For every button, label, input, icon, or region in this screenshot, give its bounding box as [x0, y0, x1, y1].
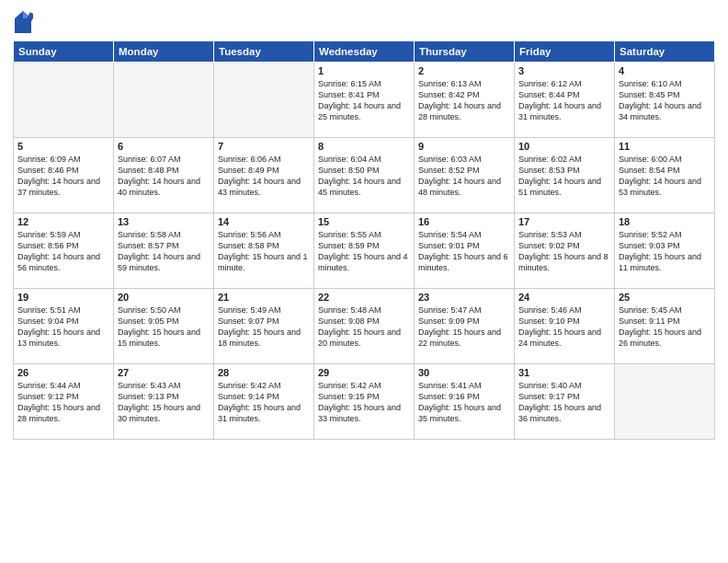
calendar-cell-11: 11Sunrise: 6:00 AM Sunset: 8:54 PM Dayli…	[615, 138, 715, 213]
day-number: 14	[218, 216, 310, 227]
cell-info: Sunrise: 5:53 AM Sunset: 9:02 PM Dayligh…	[518, 229, 610, 274]
cell-info: Sunrise: 6:13 AM Sunset: 8:42 PM Dayligh…	[418, 78, 510, 123]
cell-info: Sunrise: 5:52 AM Sunset: 9:03 PM Dayligh…	[619, 229, 711, 274]
cell-info: Sunrise: 6:10 AM Sunset: 8:45 PM Dayligh…	[619, 78, 711, 123]
calendar-cell-16: 16Sunrise: 5:54 AM Sunset: 9:01 PM Dayli…	[415, 213, 515, 289]
weekday-header-sunday: Sunday	[14, 41, 114, 63]
calendar-table: SundayMondayTuesdayWednesdayThursdayFrid…	[13, 40, 715, 440]
cell-info: Sunrise: 5:59 AM Sunset: 8:56 PM Dayligh…	[17, 229, 109, 274]
cell-info: Sunrise: 6:04 AM Sunset: 8:50 PM Dayligh…	[318, 154, 410, 199]
day-number: 30	[418, 367, 510, 378]
calendar-cell-7: 7Sunrise: 6:06 AM Sunset: 8:49 PM Daylig…	[214, 138, 314, 213]
calendar-cell-8: 8Sunrise: 6:04 AM Sunset: 8:50 PM Daylig…	[314, 138, 415, 213]
weekday-header-thursday: Thursday	[415, 41, 515, 63]
day-number: 27	[118, 367, 210, 378]
cell-info: Sunrise: 5:40 AM Sunset: 9:17 PM Dayligh…	[518, 380, 610, 425]
calendar-cell-14: 14Sunrise: 5:56 AM Sunset: 8:58 PM Dayli…	[214, 213, 314, 289]
weekday-header-row: SundayMondayTuesdayWednesdayThursdayFrid…	[14, 41, 715, 63]
calendar-cell-12: 12Sunrise: 5:59 AM Sunset: 8:56 PM Dayli…	[14, 213, 114, 289]
weekday-header-tuesday: Tuesday	[214, 41, 314, 63]
calendar-cell-23: 23Sunrise: 5:47 AM Sunset: 9:09 PM Dayli…	[415, 289, 515, 364]
calendar-cell-6: 6Sunrise: 6:07 AM Sunset: 8:48 PM Daylig…	[114, 138, 214, 213]
calendar-cell-28: 28Sunrise: 5:42 AM Sunset: 9:14 PM Dayli…	[214, 364, 314, 440]
day-number: 22	[318, 292, 410, 303]
day-number: 7	[218, 141, 310, 152]
day-number: 13	[118, 216, 210, 227]
calendar-cell-22: 22Sunrise: 5:48 AM Sunset: 9:08 PM Dayli…	[314, 289, 415, 364]
cell-info: Sunrise: 5:42 AM Sunset: 9:15 PM Dayligh…	[318, 380, 410, 425]
day-number: 31	[518, 367, 610, 378]
day-number: 20	[118, 292, 210, 303]
day-number: 26	[17, 367, 109, 378]
calendar-week-3: 19Sunrise: 5:51 AM Sunset: 9:04 PM Dayli…	[14, 289, 715, 364]
header	[13, 9, 715, 35]
cell-info: Sunrise: 5:43 AM Sunset: 9:13 PM Dayligh…	[118, 380, 210, 425]
calendar-cell-13: 13Sunrise: 5:58 AM Sunset: 8:57 PM Dayli…	[114, 213, 214, 289]
calendar-week-1: 5Sunrise: 6:09 AM Sunset: 8:46 PM Daylig…	[14, 138, 715, 213]
day-number: 11	[619, 141, 711, 152]
cell-info: Sunrise: 5:56 AM Sunset: 8:58 PM Dayligh…	[218, 229, 310, 274]
cell-info: Sunrise: 5:46 AM Sunset: 9:10 PM Dayligh…	[518, 304, 610, 350]
day-number: 3	[518, 65, 610, 76]
day-number: 28	[218, 367, 310, 378]
cell-info: Sunrise: 5:42 AM Sunset: 9:14 PM Dayligh…	[218, 380, 310, 425]
calendar-cell-18: 18Sunrise: 5:52 AM Sunset: 9:03 PM Dayli…	[615, 213, 715, 289]
weekday-header-monday: Monday	[114, 41, 214, 63]
cell-info: Sunrise: 5:54 AM Sunset: 9:01 PM Dayligh…	[418, 229, 510, 274]
day-number: 25	[619, 292, 711, 303]
logo-icon	[13, 9, 33, 35]
weekday-header-saturday: Saturday	[615, 41, 715, 63]
calendar-cell-21: 21Sunrise: 5:49 AM Sunset: 9:07 PM Dayli…	[214, 289, 314, 364]
day-number: 1	[318, 65, 410, 76]
cell-info: Sunrise: 6:09 AM Sunset: 8:46 PM Dayligh…	[17, 154, 109, 199]
calendar-week-0: 1Sunrise: 6:15 AM Sunset: 8:41 PM Daylig…	[14, 63, 715, 138]
day-number: 16	[418, 216, 510, 227]
calendar-cell-3: 3Sunrise: 6:12 AM Sunset: 8:44 PM Daylig…	[515, 63, 615, 138]
day-number: 10	[518, 141, 610, 152]
calendar-cell-empty	[214, 63, 314, 138]
calendar-cell-1: 1Sunrise: 6:15 AM Sunset: 8:41 PM Daylig…	[314, 63, 415, 138]
cell-info: Sunrise: 5:51 AM Sunset: 9:04 PM Dayligh…	[17, 304, 109, 350]
calendar-cell-19: 19Sunrise: 5:51 AM Sunset: 9:04 PM Dayli…	[14, 289, 114, 364]
page: SundayMondayTuesdayWednesdayThursdayFrid…	[0, 0, 728, 563]
cell-info: Sunrise: 6:03 AM Sunset: 8:52 PM Dayligh…	[418, 154, 510, 199]
cell-info: Sunrise: 5:47 AM Sunset: 9:09 PM Dayligh…	[418, 304, 510, 350]
day-number: 12	[17, 216, 109, 227]
calendar-cell-10: 10Sunrise: 6:02 AM Sunset: 8:53 PM Dayli…	[515, 138, 615, 213]
cell-info: Sunrise: 6:00 AM Sunset: 8:54 PM Dayligh…	[619, 154, 711, 199]
cell-info: Sunrise: 5:49 AM Sunset: 9:07 PM Dayligh…	[218, 304, 310, 350]
calendar-cell-27: 27Sunrise: 5:43 AM Sunset: 9:13 PM Dayli…	[114, 364, 214, 440]
cell-info: Sunrise: 5:50 AM Sunset: 9:05 PM Dayligh…	[118, 304, 210, 350]
calendar-cell-30: 30Sunrise: 5:41 AM Sunset: 9:16 PM Dayli…	[415, 364, 515, 440]
calendar-cell-25: 25Sunrise: 5:45 AM Sunset: 9:11 PM Dayli…	[615, 289, 715, 364]
calendar-cell-5: 5Sunrise: 6:09 AM Sunset: 8:46 PM Daylig…	[14, 138, 114, 213]
cell-info: Sunrise: 6:07 AM Sunset: 8:48 PM Dayligh…	[118, 154, 210, 199]
day-number: 9	[418, 141, 510, 152]
weekday-header-friday: Friday	[515, 41, 615, 63]
calendar-cell-empty	[114, 63, 214, 138]
calendar-cell-empty	[615, 364, 715, 440]
calendar-cell-4: 4Sunrise: 6:10 AM Sunset: 8:45 PM Daylig…	[615, 63, 715, 138]
cell-info: Sunrise: 5:44 AM Sunset: 9:12 PM Dayligh…	[17, 380, 109, 425]
weekday-header-wednesday: Wednesday	[314, 41, 415, 63]
cell-info: Sunrise: 6:12 AM Sunset: 8:44 PM Dayligh…	[518, 78, 610, 123]
day-number: 6	[118, 141, 210, 152]
calendar-cell-empty	[14, 63, 114, 138]
cell-info: Sunrise: 6:06 AM Sunset: 8:49 PM Dayligh…	[218, 154, 310, 199]
cell-info: Sunrise: 5:41 AM Sunset: 9:16 PM Dayligh…	[418, 380, 510, 425]
day-number: 24	[518, 292, 610, 303]
cell-info: Sunrise: 6:15 AM Sunset: 8:41 PM Dayligh…	[318, 78, 410, 123]
day-number: 15	[318, 216, 410, 227]
day-number: 2	[418, 65, 510, 76]
cell-info: Sunrise: 5:48 AM Sunset: 9:08 PM Dayligh…	[318, 304, 410, 350]
logo	[13, 9, 35, 35]
calendar-cell-20: 20Sunrise: 5:50 AM Sunset: 9:05 PM Dayli…	[114, 289, 214, 364]
calendar-week-4: 26Sunrise: 5:44 AM Sunset: 9:12 PM Dayli…	[14, 364, 715, 440]
day-number: 21	[218, 292, 310, 303]
day-number: 4	[619, 65, 711, 76]
calendar-cell-31: 31Sunrise: 5:40 AM Sunset: 9:17 PM Dayli…	[515, 364, 615, 440]
calendar-cell-9: 9Sunrise: 6:03 AM Sunset: 8:52 PM Daylig…	[415, 138, 515, 213]
cell-info: Sunrise: 5:45 AM Sunset: 9:11 PM Dayligh…	[619, 304, 711, 350]
calendar-cell-2: 2Sunrise: 6:13 AM Sunset: 8:42 PM Daylig…	[415, 63, 515, 138]
day-number: 18	[619, 216, 711, 227]
